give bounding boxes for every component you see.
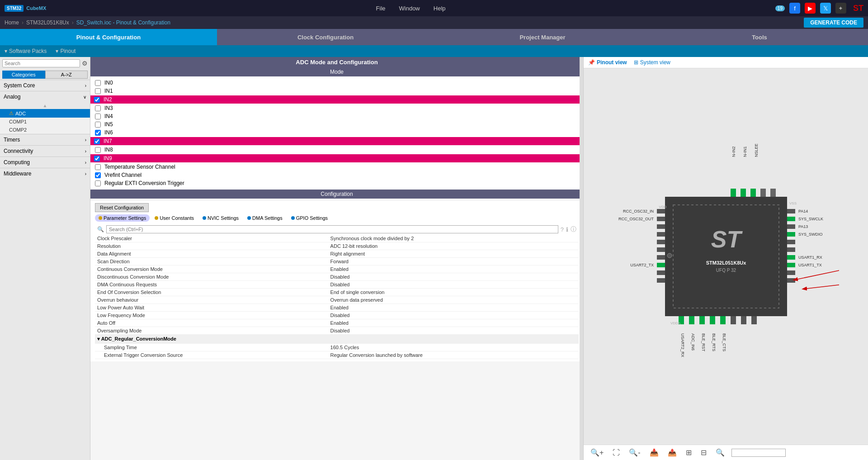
tab-pinout-configuration[interactable]: Pinout & Configuration (0, 29, 217, 45)
param-tab-dma-settings[interactable]: DMA Settings (244, 214, 286, 222)
twitter-icon[interactable]: 𝕏 (820, 3, 831, 14)
notification-badge[interactable]: 19 (775, 5, 785, 11)
network-icon[interactable]: ✦ (835, 3, 846, 14)
grid-button[interactable]: ⊟ (698, 447, 709, 458)
fit-button[interactable]: ⛶ (610, 448, 622, 458)
exti-checkbox[interactable] (95, 180, 101, 186)
zoom-out-button[interactable]: 🔍- (627, 447, 642, 458)
pinout-view-button[interactable]: 📌 Pinout view (588, 59, 627, 66)
chevron-right-icon: › (85, 149, 86, 154)
in5-checkbox[interactable] (95, 122, 101, 128)
st-logo-chip: ST (711, 226, 743, 252)
export-button[interactable]: 📥 (647, 447, 661, 458)
in0-checkbox[interactable] (95, 80, 101, 86)
sub-tab-pinout[interactable]: ▾ Pinout (56, 48, 75, 54)
menu-help[interactable]: Help (434, 5, 446, 12)
table-row: Resolution ADC 12-bit resolution (95, 242, 579, 250)
pin-label-usart2-rx: USART2_RX (680, 333, 685, 357)
pin-pad-left6 (657, 247, 665, 252)
pin-label-rcc-osc32-in: RCC_OSC32_IN (623, 209, 653, 213)
reset-configuration-button[interactable]: Reset Configuration (95, 203, 149, 212)
pin-pad-bot8 (751, 316, 757, 324)
chip-package-label: UFQ P 32 (716, 268, 736, 273)
facebook-icon[interactable]: f (789, 3, 800, 14)
menu-file[interactable]: File (376, 5, 386, 12)
pin-pad-bot2 (689, 316, 694, 324)
sidebar-item-middleware[interactable]: Middleware › (0, 168, 90, 179)
chip-diagram: N-IN2 N-IN1 NSLEEP ST STM32L051K8Ux UFQ … (613, 143, 839, 370)
chevron-right-icon: › (85, 83, 86, 88)
sidebar-gear-button[interactable]: ⚙ (82, 60, 88, 67)
in9-checkbox[interactable] (94, 156, 100, 161)
sidebar-item-comp1[interactable]: COMP1 (0, 118, 90, 126)
vrefint-checkbox[interactable] (95, 172, 101, 178)
param-tab-parameter-settings[interactable]: Parameter Settings (95, 214, 150, 222)
param-table: Clock Prescaler Synchronous clock mode d… (95, 235, 579, 359)
zoom-in-button[interactable]: 🔍+ (588, 447, 606, 458)
temp-sensor-checkbox[interactable] (95, 164, 101, 170)
sidebar-item-comp2[interactable]: COMP2 (0, 126, 90, 134)
sub-tabs: ▾ Software Packs ▾ Pinout (0, 45, 868, 57)
category-toggle: Categories A->Z (2, 71, 88, 79)
tab-clock-configuration[interactable]: Clock Configuration (217, 29, 434, 45)
social-icons: 19 f ▶ 𝕏 ✦ ST (775, 3, 863, 14)
tab-tools[interactable]: Tools (651, 29, 868, 45)
sidebar: ⚙ Categories A->Z System Core › Analog ∨… (0, 57, 90, 460)
sidebar-item-connectivity[interactable]: Connectivity › (0, 146, 90, 156)
param-tab-user-constants[interactable]: User Constants (151, 214, 198, 222)
param-tab-gpio-settings[interactable]: GPIO Settings (288, 214, 331, 222)
sidebar-search-input[interactable] (2, 59, 80, 67)
mode-grid: IN0 IN1 IN2 IN3 IN4 (90, 76, 583, 190)
analog-submenu: ⚠ ADC COMP1 COMP2 (0, 109, 90, 134)
search-chip-button[interactable]: 🔍 (713, 447, 727, 458)
info-icon[interactable]: ℹ (566, 226, 568, 233)
pin-pad-bot4 (710, 316, 715, 324)
sidebar-section-analog: Analog ∨ ▲ ⚠ ADC COMP1 COMP2 (0, 91, 90, 134)
categories-button[interactable]: Categories (2, 71, 45, 79)
columns-button[interactable]: ⊞ (684, 447, 694, 458)
tab-project-manager[interactable]: Project Manager (434, 29, 651, 45)
system-view-button[interactable]: ⊞ System view (634, 59, 670, 66)
param-search-input[interactable] (106, 225, 558, 233)
vdd-label-left: VDD (659, 205, 666, 209)
generate-code-button[interactable]: GENERATE CODE (804, 18, 863, 28)
help-icon[interactable]: ? (561, 226, 564, 233)
pin-pad-right2 (787, 217, 795, 221)
sidebar-item-timers[interactable]: Timers › (0, 134, 90, 145)
sub-tab-software-packs[interactable]: ▾ Software Packs (5, 48, 47, 54)
chip-search-input[interactable] (731, 449, 786, 457)
bc-device[interactable]: STM32L051K8Ux (26, 19, 69, 26)
config-section-header: Configuration (90, 190, 583, 199)
pin-label-ble-rst: BLE_RST (701, 333, 706, 352)
param-tab-nvic-settings[interactable]: NVIC Settings (199, 214, 242, 222)
pin-pad-right5 (787, 240, 795, 244)
menu-window[interactable]: Window (399, 5, 420, 12)
pin-pad-left1 (657, 209, 665, 213)
sidebar-item-system-core[interactable]: System Core › (0, 80, 90, 91)
pin-pad-right1 (787, 209, 795, 213)
in1-checkbox[interactable] (95, 88, 101, 94)
detail-icon[interactable]: ⓘ (571, 225, 576, 233)
mode-row-exti: Regular EXTI Conversion Trigger (95, 179, 579, 187)
pin-label-rcc-osc32-out: RCC_OSC32_OUT (618, 217, 654, 221)
import-button[interactable]: 📤 (665, 447, 679, 458)
pin-label-ble-rts: BLE_RTS (712, 333, 716, 351)
az-button[interactable]: A->Z (45, 71, 88, 79)
in2-checkbox[interactable] (94, 97, 100, 103)
logo-text: CubeMX (26, 5, 46, 11)
center-panel: ADC Mode and Configuration Mode IN0 IN1 … (90, 57, 583, 460)
in6-checkbox[interactable] (95, 130, 101, 136)
sidebar-item-adc[interactable]: ⚠ ADC (0, 109, 90, 118)
in8-checkbox[interactable] (95, 147, 101, 153)
pin-pad-right10 (787, 278, 795, 283)
table-row: Low Power Auto Wait Enabled (95, 304, 579, 312)
resize-handle[interactable] (580, 57, 583, 460)
sidebar-item-computing[interactable]: Computing › (0, 157, 90, 168)
in7-checkbox[interactable] (94, 138, 100, 144)
youtube-icon[interactable]: ▶ (805, 3, 816, 14)
in3-checkbox[interactable] (95, 105, 101, 111)
bc-project[interactable]: SD_Switch.ioc - Pinout & Configuration (76, 19, 170, 26)
bc-home[interactable]: Home (5, 19, 19, 26)
in4-checkbox[interactable] (95, 114, 101, 119)
sidebar-item-analog[interactable]: Analog ∨ (0, 91, 90, 102)
